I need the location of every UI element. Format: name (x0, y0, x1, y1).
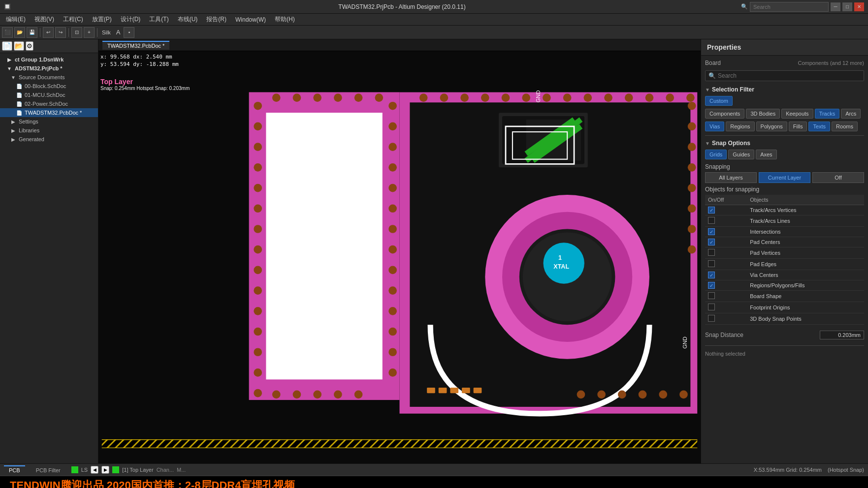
cb-track-arcs-vertices[interactable] (708, 207, 715, 214)
snap-arrow-icon: ▼ (705, 141, 710, 146)
tb-save[interactable]: 💾 (27, 27, 37, 38)
snap-distance-input[interactable] (820, 331, 864, 339)
snap-options-header[interactable]: ▼ Snap Options (705, 140, 864, 147)
svg-point-58 (354, 391, 363, 399)
status-tab-filter[interactable]: PCB Filter (31, 465, 65, 474)
menu-help[interactable]: 帮助(H) (271, 14, 299, 25)
cb-via-centers[interactable] (708, 272, 715, 278)
tb-zoom-fit[interactable]: ⊡ (71, 27, 82, 38)
panel-search[interactable]: 🔍 (705, 70, 864, 81)
svg-point-69 (679, 391, 688, 399)
svg-rect-61 (450, 388, 458, 393)
filter-btn-arcs[interactable]: Arcs (841, 109, 861, 119)
sidebar-item-generated[interactable]: ▶ Generated (0, 135, 98, 144)
filter-btn-tracks[interactable]: Tracks (815, 109, 840, 119)
cb-board-shape[interactable] (708, 292, 715, 299)
filter-btn-keepouts[interactable]: Keepouts (781, 109, 813, 119)
filter-btn-polygons[interactable]: Polygons (756, 122, 787, 131)
snap-tabs-grid: Grids Guides Axes (705, 150, 864, 159)
svg-point-47 (388, 368, 397, 377)
svg-rect-59 (427, 388, 435, 393)
filter-btn-fills[interactable]: Fills (789, 122, 807, 131)
cb-footprint-origins[interactable] (708, 304, 715, 310)
sidebar-item-mcu-sch[interactable]: 📄 01-MCU.SchDoc (0, 91, 98, 99)
svg-point-39 (388, 204, 397, 213)
menu-tools[interactable]: 工具(T) (145, 14, 172, 25)
menu-view[interactable]: 视图(V) (31, 14, 58, 25)
cb-track-arcs-lines[interactable] (708, 217, 715, 224)
sidebar-item-libraries[interactable]: ▶ Libraries (0, 126, 98, 135)
tb-new[interactable]: ⬛ (2, 27, 13, 38)
menu-route[interactable]: 布线(U) (174, 14, 202, 25)
menu-design[interactable]: 设计(D) (117, 14, 145, 25)
canvas-area[interactable]: TWADSTM32.PcbDoc * x: 99.568 dx: 2.540 m… (98, 39, 701, 463)
snap-current-layer-btn[interactable]: Current Layer (759, 172, 810, 183)
pcb-canvas[interactable]: 1 XTAL (98, 51, 701, 463)
tb-more[interactable]: ▪ (124, 27, 134, 38)
svg-point-52 (354, 93, 363, 102)
titlebar-search-input[interactable] (750, 2, 829, 12)
svg-text:GND: GND (535, 91, 541, 103)
snap-all-layers-btn[interactable]: All Layers (705, 172, 757, 183)
sidebar-new-btn[interactable]: 📄 (2, 41, 12, 51)
panel-search-input[interactable] (718, 72, 861, 79)
filter-btn-custom[interactable]: Custom (705, 96, 733, 106)
sidebar-item-settings[interactable]: ▶ Settings (0, 117, 98, 126)
svg-point-27 (254, 266, 262, 274)
maximize-button[interactable]: □ (842, 2, 852, 11)
pcb-viewport[interactable]: x: 99.568 dx: 2.540 mm y: 53.594 dy: -18… (98, 51, 701, 463)
cb-3d-body-snap[interactable] (708, 315, 715, 322)
sidebar-item-pcb-doc[interactable]: 📄 TWADSTM32.PcbDoc * (0, 108, 98, 117)
divider2 (705, 345, 864, 346)
statusbar: PCB PCB Filter LS ◀ ▶ [1] Top Layer Chan… (0, 463, 868, 475)
snap-tab-axes[interactable]: Axes (756, 150, 776, 159)
status-layer-info: LS ◀ ▶ [1] Top Layer Chan... M... (71, 466, 186, 474)
svg-point-82 (604, 93, 612, 102)
sidebar-item-prjpcb[interactable]: ▼ ADSTM32.PrjPcb * (0, 64, 98, 73)
layer-prev-btn[interactable]: ◀ (91, 466, 98, 474)
col-on-off: On/Off (705, 195, 747, 205)
menu-edit[interactable]: 编辑(E) (2, 14, 30, 25)
canvas-tab[interactable]: TWADSTM32.PcbDoc * (102, 41, 169, 50)
filter-btn-regions[interactable]: Regions (726, 122, 754, 131)
sidebar-settings-btn[interactable]: ⚙ (26, 41, 33, 51)
cb-regions-polygons[interactable] (708, 282, 715, 289)
panel-title: Properties (707, 43, 862, 51)
menu-place[interactable]: 放置(P) (88, 14, 116, 25)
tb-open[interactable]: 📂 (14, 27, 25, 38)
filter-btn-texts[interactable]: Texts (808, 122, 830, 131)
col-objects: Objects (747, 195, 864, 205)
filter-btn-components[interactable]: Components (705, 109, 744, 119)
menu-window[interactable]: Window(W) (231, 14, 270, 25)
snap-off-btn[interactable]: Off (812, 172, 864, 183)
status-tab-pcb[interactable]: PCB (4, 465, 25, 474)
selection-filter-header[interactable]: ▼ Selection Filter (705, 86, 864, 93)
filter-btn-rooms[interactable]: Rooms (832, 122, 858, 131)
sidebar-item-source-docs[interactable]: ▼ Source Documents (0, 73, 98, 82)
snap-tab-grids[interactable]: Grids (705, 150, 727, 159)
sidebar-open-btn[interactable]: 📂 (14, 41, 24, 51)
tb-zoom-in[interactable]: + (84, 27, 95, 38)
sidebar-item-block-sch[interactable]: 📄 00-Block.SchDoc (0, 82, 98, 91)
cb-pad-centers[interactable] (708, 239, 715, 245)
filter-btn-3dbodies[interactable]: 3D Bodies (746, 109, 780, 119)
cb-pad-edges[interactable] (708, 260, 715, 267)
svg-point-57 (334, 391, 342, 399)
close-button[interactable]: ✕ (854, 2, 864, 11)
coord-y: y: 53.594 dy: -18.288 mm (100, 61, 179, 68)
filter-btn-vias[interactable]: Vias (705, 122, 724, 131)
minimize-button[interactable]: ─ (831, 2, 840, 11)
menu-project[interactable]: 工程(C) (59, 14, 87, 25)
svg-point-76 (688, 225, 696, 233)
cb-intersections[interactable] (708, 228, 715, 235)
menu-report[interactable]: 报告(R) (202, 14, 230, 25)
svg-point-56 (313, 391, 321, 399)
tb-redo[interactable]: ↪ (55, 27, 66, 38)
sidebar-item-group1[interactable]: ▶ ct Group 1.DsnWrk (0, 55, 98, 64)
obj-track-arcs-lines: Track/Arcs Lines (747, 215, 864, 227)
snap-tab-guides[interactable]: Guides (728, 150, 754, 159)
tb-undo[interactable]: ↩ (43, 27, 54, 38)
sidebar-item-power-sch[interactable]: 📄 02-Power.SchDoc (0, 99, 98, 108)
cb-pad-vertices[interactable] (708, 249, 715, 256)
layer-next-btn[interactable]: ▶ (101, 466, 109, 474)
